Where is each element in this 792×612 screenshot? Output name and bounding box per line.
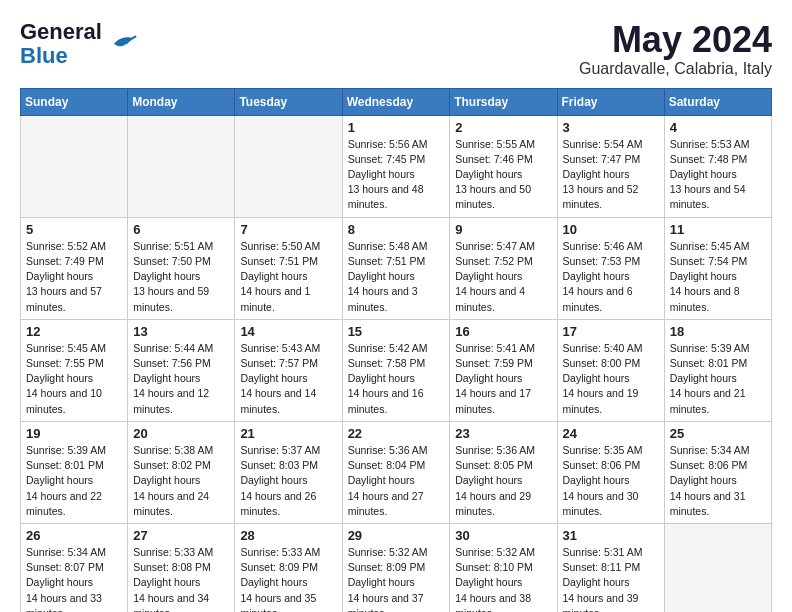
day-number: 22 [348,426,445,441]
logo-general: General [20,20,102,44]
calendar-cell: 22Sunrise: 5:36 AMSunset: 8:04 PMDayligh… [342,421,450,523]
calendar-cell: 20Sunrise: 5:38 AMSunset: 8:02 PMDayligh… [128,421,235,523]
day-number: 19 [26,426,122,441]
calendar-week-row: 19Sunrise: 5:39 AMSunset: 8:01 PMDayligh… [21,421,772,523]
weekday-header: Tuesday [235,88,342,115]
calendar-cell: 4Sunrise: 5:53 AMSunset: 7:48 PMDaylight… [664,115,771,217]
day-number: 21 [240,426,336,441]
calendar-cell: 2Sunrise: 5:55 AMSunset: 7:46 PMDaylight… [450,115,557,217]
calendar-week-row: 26Sunrise: 5:34 AMSunset: 8:07 PMDayligh… [21,523,772,612]
calendar-cell: 13Sunrise: 5:44 AMSunset: 7:56 PMDayligh… [128,319,235,421]
day-info: Sunrise: 5:46 AMSunset: 7:53 PMDaylight … [563,239,659,315]
day-number: 16 [455,324,551,339]
day-info: Sunrise: 5:50 AMSunset: 7:51 PMDaylight … [240,239,336,315]
day-info: Sunrise: 5:53 AMSunset: 7:48 PMDaylight … [670,137,766,213]
day-info: Sunrise: 5:33 AMSunset: 8:08 PMDaylight … [133,545,229,612]
calendar-cell: 14Sunrise: 5:43 AMSunset: 7:57 PMDayligh… [235,319,342,421]
calendar-cell: 31Sunrise: 5:31 AMSunset: 8:11 PMDayligh… [557,523,664,612]
calendar-table: SundayMondayTuesdayWednesdayThursdayFrid… [20,88,772,612]
day-number: 30 [455,528,551,543]
calendar-cell: 9Sunrise: 5:47 AMSunset: 7:52 PMDaylight… [450,217,557,319]
day-number: 20 [133,426,229,441]
logo-bird-icon [106,30,138,58]
day-info: Sunrise: 5:39 AMSunset: 8:01 PMDaylight … [26,443,122,519]
day-number: 26 [26,528,122,543]
day-number: 2 [455,120,551,135]
calendar-cell: 18Sunrise: 5:39 AMSunset: 8:01 PMDayligh… [664,319,771,421]
calendar-cell: 1Sunrise: 5:56 AMSunset: 7:45 PMDaylight… [342,115,450,217]
day-number: 7 [240,222,336,237]
calendar-cell: 15Sunrise: 5:42 AMSunset: 7:58 PMDayligh… [342,319,450,421]
calendar-cell: 19Sunrise: 5:39 AMSunset: 8:01 PMDayligh… [21,421,128,523]
day-info: Sunrise: 5:37 AMSunset: 8:03 PMDaylight … [240,443,336,519]
day-number: 27 [133,528,229,543]
day-number: 5 [26,222,122,237]
day-number: 6 [133,222,229,237]
weekday-header: Friday [557,88,664,115]
day-info: Sunrise: 5:38 AMSunset: 8:02 PMDaylight … [133,443,229,519]
day-info: Sunrise: 5:44 AMSunset: 7:56 PMDaylight … [133,341,229,417]
calendar-cell: 26Sunrise: 5:34 AMSunset: 8:07 PMDayligh… [21,523,128,612]
calendar-week-row: 5Sunrise: 5:52 AMSunset: 7:49 PMDaylight… [21,217,772,319]
location: Guardavalle, Calabria, Italy [579,60,772,78]
day-number: 11 [670,222,766,237]
calendar-cell: 17Sunrise: 5:40 AMSunset: 8:00 PMDayligh… [557,319,664,421]
day-info: Sunrise: 5:35 AMSunset: 8:06 PMDaylight … [563,443,659,519]
calendar-cell: 27Sunrise: 5:33 AMSunset: 8:08 PMDayligh… [128,523,235,612]
day-number: 14 [240,324,336,339]
day-number: 29 [348,528,445,543]
calendar-cell: 8Sunrise: 5:48 AMSunset: 7:51 PMDaylight… [342,217,450,319]
day-info: Sunrise: 5:56 AMSunset: 7:45 PMDaylight … [348,137,445,213]
day-info: Sunrise: 5:48 AMSunset: 7:51 PMDaylight … [348,239,445,315]
day-number: 31 [563,528,659,543]
day-info: Sunrise: 5:55 AMSunset: 7:46 PMDaylight … [455,137,551,213]
day-number: 17 [563,324,659,339]
day-number: 15 [348,324,445,339]
day-info: Sunrise: 5:47 AMSunset: 7:52 PMDaylight … [455,239,551,315]
calendar-cell [128,115,235,217]
day-number: 25 [670,426,766,441]
day-number: 1 [348,120,445,135]
logo-blue: Blue [20,44,68,68]
calendar-cell: 7Sunrise: 5:50 AMSunset: 7:51 PMDaylight… [235,217,342,319]
day-info: Sunrise: 5:52 AMSunset: 7:49 PMDaylight … [26,239,122,315]
day-info: Sunrise: 5:42 AMSunset: 7:58 PMDaylight … [348,341,445,417]
weekday-header: Sunday [21,88,128,115]
calendar-cell: 6Sunrise: 5:51 AMSunset: 7:50 PMDaylight… [128,217,235,319]
day-number: 8 [348,222,445,237]
day-number: 9 [455,222,551,237]
calendar-cell: 16Sunrise: 5:41 AMSunset: 7:59 PMDayligh… [450,319,557,421]
weekday-header: Wednesday [342,88,450,115]
day-info: Sunrise: 5:43 AMSunset: 7:57 PMDaylight … [240,341,336,417]
day-info: Sunrise: 5:51 AMSunset: 7:50 PMDaylight … [133,239,229,315]
month-title: May 2024 [579,20,772,60]
calendar-week-row: 1Sunrise: 5:56 AMSunset: 7:45 PMDaylight… [21,115,772,217]
calendar-cell: 12Sunrise: 5:45 AMSunset: 7:55 PMDayligh… [21,319,128,421]
calendar-cell [235,115,342,217]
calendar-cell: 30Sunrise: 5:32 AMSunset: 8:10 PMDayligh… [450,523,557,612]
day-number: 3 [563,120,659,135]
day-number: 10 [563,222,659,237]
day-number: 28 [240,528,336,543]
day-info: Sunrise: 5:36 AMSunset: 8:04 PMDaylight … [348,443,445,519]
page-header: General Blue May 2024 Guardavalle, Calab… [20,20,772,78]
calendar-cell: 23Sunrise: 5:36 AMSunset: 8:05 PMDayligh… [450,421,557,523]
calendar-cell: 29Sunrise: 5:32 AMSunset: 8:09 PMDayligh… [342,523,450,612]
calendar-cell [664,523,771,612]
calendar-cell: 24Sunrise: 5:35 AMSunset: 8:06 PMDayligh… [557,421,664,523]
calendar-cell: 10Sunrise: 5:46 AMSunset: 7:53 PMDayligh… [557,217,664,319]
day-number: 13 [133,324,229,339]
calendar-cell [21,115,128,217]
title-block: May 2024 Guardavalle, Calabria, Italy [579,20,772,78]
calendar-cell: 11Sunrise: 5:45 AMSunset: 7:54 PMDayligh… [664,217,771,319]
weekday-header: Saturday [664,88,771,115]
calendar-cell: 5Sunrise: 5:52 AMSunset: 7:49 PMDaylight… [21,217,128,319]
day-number: 24 [563,426,659,441]
day-info: Sunrise: 5:32 AMSunset: 8:10 PMDaylight … [455,545,551,612]
day-number: 23 [455,426,551,441]
day-number: 18 [670,324,766,339]
day-number: 12 [26,324,122,339]
day-info: Sunrise: 5:45 AMSunset: 7:54 PMDaylight … [670,239,766,315]
day-info: Sunrise: 5:41 AMSunset: 7:59 PMDaylight … [455,341,551,417]
day-info: Sunrise: 5:34 AMSunset: 8:06 PMDaylight … [670,443,766,519]
